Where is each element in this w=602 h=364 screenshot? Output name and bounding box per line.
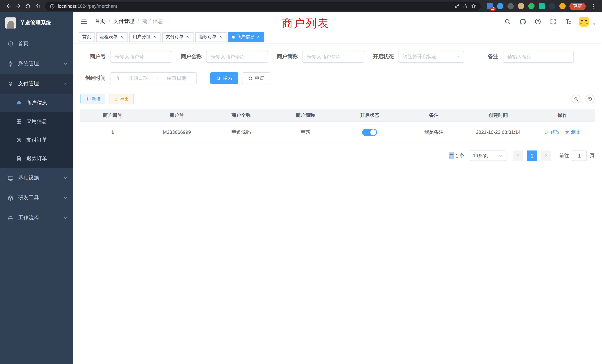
gear-icon — [7, 61, 14, 67]
avatar[interactable] — [579, 17, 589, 26]
search-button[interactable]: 搜索 — [210, 72, 238, 84]
merchant-icon — [16, 100, 22, 106]
extension-icon-7[interactable] — [549, 3, 555, 9]
pager: 1 — [527, 150, 537, 161]
github-icon[interactable] — [518, 17, 527, 26]
font-size-icon[interactable] — [564, 17, 573, 26]
calendar-icon — [114, 76, 119, 81]
refresh-table-button[interactable] — [586, 95, 595, 103]
sidebar-item-home[interactable]: 首页 — [0, 34, 73, 54]
status-toggle[interactable] — [362, 128, 377, 136]
goto-page-input[interactable] — [572, 150, 587, 161]
browser-update-button[interactable]: 更新 — [569, 2, 586, 10]
full-name-input[interactable] — [206, 51, 268, 63]
tab-home[interactable]: 首页 — [79, 32, 95, 42]
date-separator: - — [154, 75, 161, 81]
cube-icon — [7, 195, 14, 201]
page-size-select[interactable]: 10条/页 — [470, 150, 506, 161]
sidebar-item-devtools[interactable]: 研发工具 — [0, 188, 73, 208]
help-icon[interactable] — [533, 17, 542, 26]
goto-page: 前往 页 — [559, 150, 595, 161]
merchant-no-input[interactable] — [110, 51, 172, 63]
filter-remark: 备注 — [488, 51, 574, 63]
password-key-icon[interactable] — [454, 3, 460, 9]
bookmark-star-icon[interactable] — [471, 3, 476, 9]
chevron-down-icon — [63, 216, 68, 220]
remark-input[interactable] — [503, 51, 574, 63]
delete-link[interactable]: 删除 — [565, 129, 580, 135]
cell-merchant-id: 1 — [80, 129, 145, 135]
browser-toolbar: localhost:1024/pay/merchant 10 更新 — [0, 0, 602, 12]
extensions-row: 10 — [487, 3, 566, 9]
filter-label: 备注 — [488, 53, 503, 60]
caret-down-icon[interactable] — [592, 22, 596, 26]
forward-button[interactable] — [13, 1, 23, 11]
tab-close-icon[interactable] — [119, 34, 124, 40]
home-button[interactable] — [33, 1, 42, 11]
sidebar-item-app-info[interactable]: 应用信息 — [0, 112, 73, 131]
breadcrumb-home[interactable]: 首页 — [95, 18, 105, 25]
back-button[interactable] — [4, 1, 13, 11]
share-icon[interactable] — [463, 3, 468, 9]
cell-remark: 我是备注 — [402, 129, 466, 136]
extension-icon-1[interactable]: 10 — [487, 3, 493, 9]
extension-icon-2[interactable] — [497, 3, 503, 9]
sidebar-item-infra[interactable]: 基础设施 — [0, 168, 73, 188]
chevron-up-icon — [63, 82, 68, 86]
search-icon[interactable] — [503, 17, 512, 26]
sidebar-item-merchant-info[interactable]: 商户信息 — [0, 94, 73, 112]
edit-link[interactable]: 修改 — [545, 129, 560, 135]
sidebar-item-refund-order[interactable]: 退款订单 — [0, 149, 73, 168]
tab-close-icon[interactable] — [218, 34, 223, 40]
export-button[interactable]: 导出 — [109, 94, 134, 104]
extension-icon-4[interactable] — [518, 3, 524, 9]
tab-merchant-info[interactable]: 商户信息 — [228, 32, 264, 42]
extension-icon-5[interactable] — [528, 3, 535, 9]
filter-merchant-no: 商户号 — [80, 51, 172, 63]
monitor-icon — [7, 175, 14, 181]
pay-submenu: 商户信息 应用信息 支付订单 — [0, 94, 73, 168]
sidebar-item-pay-order[interactable]: 支付订单 — [0, 131, 73, 149]
hamburger-icon[interactable] — [79, 17, 89, 26]
sidebar-logo[interactable]: 芋道管理系统 — [0, 12, 73, 34]
tab-close-icon[interactable] — [256, 34, 261, 40]
url-bar[interactable]: localhost:1024/pay/merchant — [45, 2, 481, 11]
extension-icon-6[interactable] — [539, 3, 545, 9]
short-name-input[interactable] — [302, 51, 364, 63]
status-select[interactable]: 请选择开启状态 — [398, 51, 464, 63]
sidebar-item-pay[interactable]: 支付管理 — [0, 74, 73, 94]
sidebar-item-workflow[interactable]: 工作流程 — [0, 208, 73, 228]
end-date-placeholder: 结束日期 — [160, 75, 193, 82]
tab-refund-order[interactable]: 退款订单 — [195, 32, 226, 42]
tabs-bar: 首页 流程表单 用户分组 支付订单 退款订单 商户信息 — [73, 31, 602, 43]
sidebar-item-system[interactable]: 系统管理 — [0, 54, 73, 74]
breadcrumb-section[interactable]: 支付管理 — [105, 18, 134, 25]
filter-label: 创建时间 — [80, 75, 110, 82]
tab-process-form[interactable]: 流程表单 — [96, 32, 128, 42]
page-1-button[interactable]: 1 — [527, 150, 537, 161]
extension-badge: 10 — [490, 7, 496, 11]
reset-button[interactable]: 重置 — [242, 72, 270, 84]
sidebar-item-label: 工作流程 — [18, 215, 39, 221]
tab-pay-order[interactable]: 支付订单 — [162, 32, 194, 42]
tab-user-group[interactable]: 用户分组 — [129, 32, 161, 42]
extension-icon-3[interactable] — [507, 3, 514, 9]
fullscreen-icon[interactable] — [549, 17, 558, 26]
prev-page-button[interactable] — [513, 150, 523, 161]
browser-menu-icon[interactable] — [589, 1, 598, 11]
site-info-icon[interactable] — [50, 3, 55, 9]
cell-short-name: 芋艿 — [273, 129, 337, 136]
sidebar-item-label: 研发工具 — [18, 195, 39, 201]
chevron-down-icon — [63, 196, 68, 200]
document-icon — [16, 156, 22, 162]
cell-full-name: 芋道源码 — [209, 129, 273, 136]
tab-close-icon[interactable] — [152, 34, 157, 40]
hide-search-button[interactable] — [572, 95, 580, 103]
reload-button[interactable] — [23, 1, 33, 11]
tab-close-icon[interactable] — [185, 34, 190, 40]
add-button[interactable]: 新增 — [80, 94, 105, 104]
extension-icon-8[interactable] — [559, 3, 566, 9]
filter-create-time: 创建时间 开始日期 - 结束日期 — [80, 72, 197, 84]
date-range-picker[interactable]: 开始日期 - 结束日期 — [110, 72, 197, 84]
next-page-button[interactable] — [541, 150, 551, 161]
